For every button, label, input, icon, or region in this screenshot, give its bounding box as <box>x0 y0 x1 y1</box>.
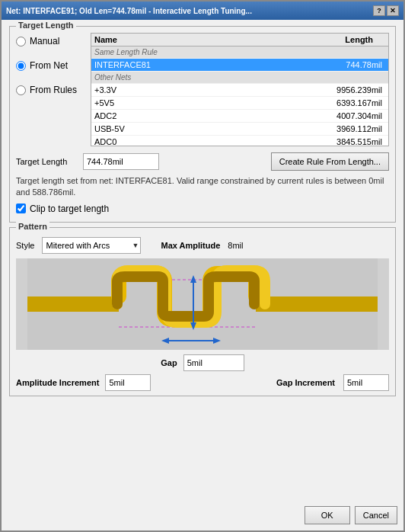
row-length: 4007.304mil <box>317 111 385 120</box>
clip-checkbox[interactable] <box>16 204 26 213</box>
target-length-title: Target Length <box>16 21 76 30</box>
top-panel: Manual From Net From Rules Name <box>16 33 389 146</box>
row-name: +5V5 <box>94 98 317 107</box>
row-length: 9956.239mil <box>317 85 385 95</box>
title-bar: Net: INTERFACE91; Old Len=744.78mil - In… <box>2 2 403 20</box>
help-button[interactable]: ? <box>373 5 385 16</box>
col-length-header: Length <box>317 35 385 44</box>
row-name: ADC0 <box>94 137 317 146</box>
table-row[interactable]: Same Length Rule <box>91 46 388 59</box>
row-length <box>317 73 385 82</box>
amplitude-label: Max Amplitude <box>161 241 220 250</box>
window-title: Net: INTERFACE91; Old Len=744.78mil - In… <box>6 7 252 15</box>
pattern-controls: Style Mitered with Arcs Mitered Rounded … <box>16 237 389 254</box>
bottom-buttons: OK Cancel <box>2 503 403 530</box>
cancel-button[interactable]: Cancel <box>355 506 397 524</box>
style-select[interactable]: Mitered with Arcs Mitered Rounded <box>42 237 141 254</box>
target-length-group: Target Length Manual From Net From Rules <box>9 26 396 223</box>
row-name: ADC2 <box>94 111 317 120</box>
row-name: USB-5V <box>94 124 317 133</box>
create-rule-button[interactable]: Create Rule From Length... <box>271 152 389 171</box>
clip-checkbox-row: Clip to target length <box>16 204 389 214</box>
radio-from-net-input[interactable] <box>16 61 26 71</box>
radio-column: Manual From Net From Rules <box>16 33 85 95</box>
info-text: Target length set from net: INTERFACE81.… <box>16 176 384 197</box>
net-table-body[interactable]: Same Length Rule INTERFACE81 744.78mil O… <box>91 46 388 146</box>
gap-input[interactable] <box>183 354 244 371</box>
row-name: INTERFACE81 <box>94 60 317 69</box>
clip-checkbox-label[interactable]: Clip to target length <box>30 204 109 214</box>
table-row[interactable]: USB-5V 3969.112mil <box>91 123 388 136</box>
main-content: Target Length Manual From Net From Rules <box>2 20 403 503</box>
net-table-container: Name Length Same Length Rule INTERFACE81… <box>91 33 389 146</box>
amplitude-increment-input[interactable] <box>105 374 151 391</box>
serpentine-preview <box>16 258 389 350</box>
close-button[interactable]: ✕ <box>387 5 399 16</box>
net-table-header: Name Length <box>91 34 388 46</box>
table-row[interactable]: Other Nets <box>91 72 388 84</box>
main-window: Net: INTERFACE91; Old Len=744.78mil - In… <box>0 0 405 532</box>
pattern-title: Pattern <box>16 222 49 231</box>
radio-manual-input[interactable] <box>16 37 26 46</box>
style-select-wrapper: Mitered with Arcs Mitered Rounded ▼ <box>42 237 141 254</box>
row-name: Other Nets <box>94 73 317 82</box>
radio-from-rules-input[interactable] <box>16 85 26 95</box>
ok-button[interactable]: OK <box>305 506 350 524</box>
row-length <box>317 48 385 56</box>
radio-from-rules[interactable]: From Rules <box>16 85 85 95</box>
row-length: 3969.112mil <box>317 124 385 133</box>
target-length-row: Target Length Create Rule From Length... <box>16 152 389 171</box>
amplitude-increment-label: Amplitude Increment <box>16 378 99 387</box>
table-row[interactable]: +3.3V 9956.239mil <box>91 84 388 97</box>
increment-row: Amplitude Increment Gap Increment <box>16 374 389 391</box>
info-text-container: Target length set from net: INTERFACE81.… <box>16 175 389 199</box>
style-label: Style <box>16 241 34 250</box>
gap-label: Gap <box>161 358 177 367</box>
gap-increment-input[interactable] <box>343 374 389 391</box>
svg-rect-4 <box>256 296 378 312</box>
title-bar-controls: ? ✕ <box>373 5 399 16</box>
radio-from-net[interactable]: From Net <box>16 60 85 71</box>
col-name-header: Name <box>94 35 317 44</box>
gap-increment-label: Gap Increment <box>276 378 337 387</box>
table-row[interactable]: +5V5 6393.167mil <box>91 97 388 110</box>
radio-manual[interactable]: Manual <box>16 36 85 46</box>
gap-row: Gap <box>16 354 389 371</box>
svg-rect-3 <box>27 296 119 312</box>
row-length: 744.78mil <box>317 60 385 69</box>
table-row[interactable]: ADC2 4007.304mil <box>91 110 388 123</box>
radio-from-net-label: From Net <box>30 60 68 71</box>
target-length-input[interactable] <box>83 153 159 170</box>
radio-from-rules-label: From Rules <box>30 85 77 95</box>
target-length-label: Target Length <box>16 157 77 166</box>
pattern-group: Pattern Style Mitered with Arcs Mitered … <box>9 227 396 396</box>
amplitude-value: 8mil <box>228 241 243 250</box>
row-length: 6393.167mil <box>317 98 385 107</box>
table-row[interactable]: ADC0 3845.515mil <box>91 136 388 146</box>
row-length: 3845.515mil <box>317 137 385 146</box>
serpentine-svg <box>16 258 389 350</box>
table-row[interactable]: INTERFACE81 744.78mil <box>91 59 388 72</box>
row-name: Same Length Rule <box>94 48 317 56</box>
row-name: +3.3V <box>94 85 317 95</box>
radio-manual-label: Manual <box>30 36 59 46</box>
